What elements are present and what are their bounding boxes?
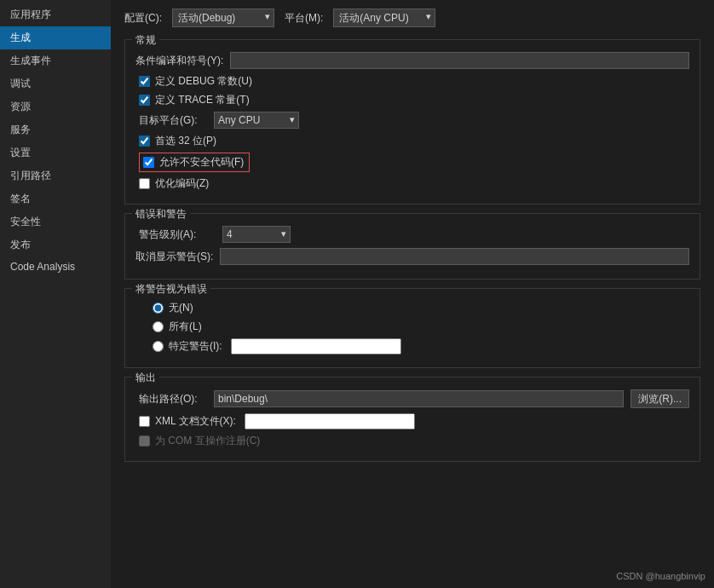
platform-label: 平台(M): — [285, 11, 323, 26]
define-trace-checkbox[interactable] — [139, 95, 150, 106]
all-radio-label[interactable]: 所有(L) — [169, 320, 202, 334]
define-debug-label[interactable]: 定义 DEBUG 常数(U) — [155, 74, 252, 89]
warning-level-row: 警告级别(A): 0 1 2 3 4 — [135, 226, 689, 243]
define-trace-label[interactable]: 定义 TRACE 常量(T) — [155, 93, 250, 107]
config-select-wrapper: 活动(Debug) Debug Release 所有配置 — [172, 9, 274, 27]
conditional-input[interactable] — [230, 52, 689, 69]
com-interop-checkbox[interactable] — [139, 435, 150, 447]
sidebar-item-publish[interactable]: 发布 — [0, 233, 111, 257]
watermark: CSDN @huangbinvip — [616, 571, 705, 581]
optimize-checkbox[interactable] — [139, 178, 150, 189]
browse-button[interactable]: 浏览(R)... — [631, 389, 689, 408]
sidebar-item-signing[interactable]: 签名 — [0, 187, 111, 210]
treat-warnings-section: 将警告视为错误 无(N) 所有(L) 特定警告(I): — [124, 288, 700, 368]
errors-section-title: 错误和警告 — [132, 207, 190, 222]
warning-level-label: 警告级别(A): — [139, 228, 216, 242]
define-trace-row: 定义 TRACE 常量(T) — [135, 93, 689, 107]
target-platform-select-wrapper: Any CPU x86 x64 Itanium — [214, 112, 299, 129]
sidebar-item-services[interactable]: 服务 — [0, 118, 111, 141]
platform-select-wrapper: 活动(Any CPU) Any CPU x86 x64 — [333, 9, 435, 27]
suppress-warnings-input[interactable] — [220, 248, 689, 265]
general-section-title: 常规 — [132, 33, 159, 48]
xml-doc-row: XML 文档文件(X): — [135, 413, 689, 429]
conditional-row: 条件编译和符号(Y): — [135, 52, 689, 69]
com-interop-label: 为 COM 互操作注册(C) — [155, 434, 260, 448]
warning-level-select-wrapper: 0 1 2 3 4 — [222, 226, 291, 243]
sidebar-item-build-events[interactable]: 生成事件 — [0, 49, 111, 72]
target-platform-row: 目标平台(G): Any CPU x86 x64 Itanium — [135, 112, 689, 129]
com-interop-row: 为 COM 互操作注册(C) — [135, 434, 689, 448]
optimize-row: 优化编码(Z) — [135, 176, 689, 191]
specific-warnings-input[interactable] — [231, 338, 401, 355]
specific-radio[interactable] — [153, 341, 164, 352]
specific-radio-row: 特定警告(I): — [135, 338, 689, 355]
allow-unsafe-label[interactable]: 允许不安全代码(F) — [159, 155, 244, 170]
sidebar-item-resources[interactable]: 资源 — [0, 95, 111, 118]
top-bar: 配置(C): 活动(Debug) Debug Release 所有配置 平台(M… — [124, 9, 700, 27]
allow-unsafe-row: 允许不安全代码(F) — [139, 153, 250, 172]
specific-radio-label[interactable]: 特定警告(I): — [169, 339, 222, 354]
optimize-label[interactable]: 优化编码(Z) — [155, 176, 209, 191]
prefer32-label[interactable]: 首选 32 位(P) — [155, 134, 216, 148]
xml-doc-checkbox[interactable] — [139, 416, 150, 427]
sidebar-item-debug[interactable]: 调试 — [0, 72, 111, 95]
output-section-title: 输出 — [132, 371, 159, 385]
platform-select[interactable]: 活动(Any CPU) Any CPU x86 x64 — [333, 9, 435, 27]
general-section: 常规 条件编译和符号(Y): 定义 DEBUG 常数(U) 定义 TRACE 常… — [124, 39, 700, 205]
sidebar-item-settings[interactable]: 设置 — [0, 141, 111, 164]
sidebar-item-security[interactable]: 安全性 — [0, 210, 111, 233]
all-radio-row: 所有(L) — [135, 320, 689, 334]
xml-doc-input[interactable] — [245, 413, 415, 429]
config-label: 配置(C): — [124, 11, 162, 26]
output-path-label: 输出路径(O): — [139, 392, 207, 406]
errors-section: 错误和警告 警告级别(A): 0 1 2 3 4 取消显示警告(S): — [124, 213, 700, 280]
sidebar-item-code-analysis[interactable]: Code Analysis — [0, 257, 111, 277]
define-debug-row: 定义 DEBUG 常数(U) — [135, 74, 689, 89]
warning-level-select[interactable]: 0 1 2 3 4 — [222, 226, 291, 243]
target-platform-label: 目标平台(G): — [139, 113, 207, 128]
prefer32-checkbox[interactable] — [139, 135, 150, 147]
sidebar: 应用程序 生成 生成事件 调试 资源 服务 设置 引用路径 签名 安全性 发布 … — [0, 0, 111, 588]
sidebar-item-build[interactable]: 生成 — [0, 26, 111, 49]
sidebar-item-app[interactable]: 应用程序 — [0, 3, 111, 26]
target-platform-select[interactable]: Any CPU x86 x64 Itanium — [214, 112, 299, 129]
suppress-warnings-label: 取消显示警告(S): — [135, 250, 213, 264]
treat-warnings-section-title: 将警告视为错误 — [132, 282, 210, 297]
main-content: 配置(C): 活动(Debug) Debug Release 所有配置 平台(M… — [111, 0, 714, 588]
all-radio[interactable] — [153, 321, 164, 332]
none-radio[interactable] — [153, 303, 164, 314]
define-debug-checkbox[interactable] — [139, 76, 150, 87]
output-path-row: 输出路径(O): 浏览(R)... — [135, 389, 689, 408]
none-radio-label[interactable]: 无(N) — [169, 301, 193, 315]
prefer32-row: 首选 32 位(P) — [135, 134, 689, 148]
output-section: 输出 输出路径(O): 浏览(R)... XML 文档文件(X): 为 COM … — [124, 377, 700, 462]
config-select[interactable]: 活动(Debug) Debug Release 所有配置 — [172, 9, 274, 27]
xml-doc-label[interactable]: XML 文档文件(X): — [155, 414, 236, 429]
none-radio-row: 无(N) — [135, 301, 689, 315]
output-path-input[interactable] — [214, 390, 624, 407]
suppress-warnings-row: 取消显示警告(S): — [135, 248, 689, 265]
conditional-label: 条件编译和符号(Y): — [135, 54, 223, 68]
sidebar-item-reference-paths[interactable]: 引用路径 — [0, 164, 111, 187]
allow-unsafe-checkbox[interactable] — [143, 157, 154, 168]
